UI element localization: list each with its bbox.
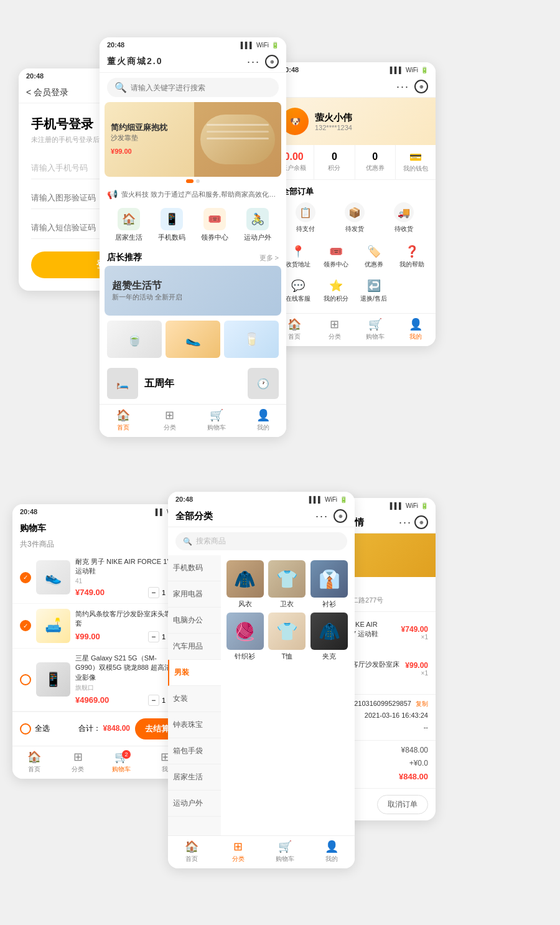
- decrease-1[interactable]: −: [148, 587, 159, 598]
- home-search-input[interactable]: [131, 83, 271, 92]
- decrease-2[interactable]: −: [148, 631, 159, 642]
- time-category: 20:48: [175, 495, 193, 503]
- service-coupons[interactable]: 🏷️ 优惠券: [355, 240, 393, 274]
- select-all[interactable]: 全选: [20, 723, 50, 735]
- cart-item-name-3: 三星 Galaxy S21 5G（SM-G990）双模5G 骁龙888 超高清专…: [75, 654, 179, 682]
- stat-wallet[interactable]: 💳 我的钱包: [396, 145, 436, 179]
- profile-scan-button[interactable]: ⊕: [414, 80, 428, 93]
- category-sports[interactable]: 🚴 运动户外: [244, 208, 271, 242]
- order-pending-pay[interactable]: 📋 待支付: [296, 202, 315, 233]
- pending-receive-icon: 🚚: [394, 202, 414, 222]
- cat-tab-category[interactable]: ⊞ 分类: [215, 840, 261, 863]
- cart-item-1: 👟 耐克 男子 NIKE AIR FORCE 1'07 运动鞋 41 ¥749.…: [12, 552, 187, 604]
- category-scan-button[interactable]: ⊕: [334, 509, 347, 523]
- hoodie-label: 卫衣: [280, 599, 294, 609]
- coupons-label: 优惠券: [366, 164, 385, 172]
- cart-checkbox-1[interactable]: [20, 572, 31, 583]
- sidebar-jewelry[interactable]: 钟表珠宝: [168, 712, 221, 738]
- cat-tab-me[interactable]: 👤 我的: [308, 840, 355, 863]
- cart-tab-home[interactable]: 🏠 首页: [12, 750, 56, 774]
- cat-tab-cart[interactable]: 🛒 购物车: [261, 840, 308, 863]
- profile-tab-me[interactable]: 👤 我的: [395, 317, 436, 341]
- cat-product-coat[interactable]: 🧥 风衣: [226, 560, 264, 609]
- product-glass[interactable]: 🥛: [224, 321, 279, 358]
- tab-cart[interactable]: 🛒 购物车: [193, 408, 240, 432]
- order-more-button[interactable]: ···: [399, 516, 412, 529]
- home-banner[interactable]: 简约细亚麻抱枕 沙发靠垫 ¥99.00: [105, 102, 281, 177]
- banner-price-value: 99.00: [114, 148, 132, 155]
- cat-tab-home[interactable]: 🏠 首页: [168, 840, 215, 863]
- service-help[interactable]: ❓ 我的帮助: [393, 240, 431, 274]
- shop-more-link[interactable]: 更多 >: [259, 253, 279, 263]
- order-pending-receive[interactable]: 🚚 待收货: [394, 202, 414, 233]
- order-time-value: 2021-03-16 16:43:24: [365, 711, 428, 721]
- cart-tab-cart[interactable]: 🛒 2 购物车: [100, 750, 143, 774]
- shop-recommend-banner[interactable]: 超赞生活节 新一年的活动 全新开启: [105, 266, 281, 316]
- coupon-icon: 🎟️: [203, 208, 226, 230]
- cart-checkbox-2[interactable]: [20, 620, 31, 631]
- cat-product-jacket[interactable]: 🧥 夹克: [310, 613, 348, 661]
- tab-home[interactable]: 🏠 首页: [100, 408, 146, 432]
- profile-more-button[interactable]: ···: [396, 80, 409, 93]
- category-mobile[interactable]: 📱 手机数码: [158, 208, 185, 242]
- stat-points[interactable]: 0 积分: [314, 145, 355, 179]
- sidebar-auto[interactable]: 汽车用品: [168, 634, 221, 660]
- order-pending-ship[interactable]: 📦 待发货: [345, 202, 365, 233]
- profile-phone: 132****1234: [315, 124, 352, 131]
- select-all-checkbox[interactable]: [20, 723, 31, 735]
- stat-coupons[interactable]: 0 优惠券: [355, 145, 396, 179]
- notice-bar: 📢 萤火科技 致力于通过产品和服务,帮助商家高效化开拓...: [100, 185, 286, 203]
- order-scan-button[interactable]: ⊕: [414, 515, 428, 529]
- cat-product-sweater[interactable]: 🧶 针织衫: [226, 613, 264, 661]
- category-home[interactable]: 🏠 居家生活: [115, 208, 142, 242]
- cart-checkbox-3[interactable]: [20, 674, 31, 685]
- customer-label: 在线客服: [286, 294, 310, 303]
- cart-card: 20:48 ▌▌ WiFi 购物车 ··· 共3件商品 ✏ 👟 耐克 男子 NI…: [12, 504, 187, 779]
- notice-text: 萤火科技 致力于通过产品和服务,帮助商家高效化开拓...: [121, 190, 279, 199]
- order-section-title: 全部订单: [281, 186, 428, 197]
- home-more-button[interactable]: ···: [247, 55, 260, 68]
- cat-product-tshirt[interactable]: 👕 T恤: [268, 613, 307, 661]
- cart-tab-cat[interactable]: ⊞ 分类: [56, 750, 100, 774]
- cat-product-hoodie[interactable]: 👕 卫衣: [268, 560, 307, 609]
- back-button[interactable]: < 会员登录: [26, 87, 68, 98]
- sidebar-computer[interactable]: 电脑办公: [168, 608, 221, 634]
- tab-profile[interactable]: 👤 我的: [240, 408, 286, 432]
- banner-content: 简约细亚麻抱枕 沙发靠垫 ¥99.00: [111, 122, 167, 157]
- sidebar-bags[interactable]: 箱包手袋: [168, 738, 221, 764]
- sidebar-home[interactable]: 居家生活: [168, 764, 221, 791]
- coupon-center-label: 领券中心: [324, 260, 348, 269]
- sports-icon: 🚴: [246, 208, 269, 230]
- sidebar-mobile[interactable]: 手机数码: [168, 555, 221, 581]
- sidebar-womenswear[interactable]: 女装: [168, 686, 221, 712]
- product-slippers[interactable]: 🥿: [166, 321, 220, 358]
- cart-item-2: 🛋️ 简约风条纹客厅沙发卧室床头靠垫套 ¥99.00 − 1 +: [12, 604, 187, 649]
- service-return[interactable]: ↩️ 退换/售后: [355, 274, 393, 308]
- copy-button[interactable]: 复制: [416, 700, 428, 707]
- cat-product-shirt[interactable]: 👔 衬衫: [310, 560, 348, 609]
- category-more-button[interactable]: ···: [315, 510, 329, 523]
- sidebar-appliance[interactable]: 家用电器: [168, 581, 221, 608]
- cancel-order-button[interactable]: 取消订单: [377, 795, 428, 814]
- order-source-value: --: [424, 723, 428, 733]
- cart-me-label: 我: [162, 765, 168, 774]
- tab-category[interactable]: ⊞ 分类: [146, 408, 193, 432]
- cat-home-icon: 🏠: [185, 840, 198, 853]
- category-search-bar[interactable]: 🔍 搜索商品: [175, 532, 347, 550]
- service-coupon-center[interactable]: 🎟️ 领券中心: [317, 240, 355, 274]
- profile-tab-cart[interactable]: 🛒 购物车: [355, 317, 395, 341]
- category-sidebar: 手机数码 家用电器 电脑办公 汽车用品 男装 女装 钟表珠宝 箱包手袋 居家生活…: [168, 555, 221, 835]
- cat-cat-label: 分类: [232, 855, 245, 863]
- qty-value-2: 1: [162, 633, 166, 641]
- sidebar-menswear[interactable]: 男装: [168, 660, 221, 686]
- profile-tab-category[interactable]: ⊞ 分类: [314, 317, 355, 341]
- scan-button[interactable]: ⊕: [265, 55, 279, 68]
- home-search-bar[interactable]: 🔍: [107, 78, 279, 97]
- categories-row: 🏠 居家生活 📱 手机数码 🎟️ 领券中心 🚴 运动户外: [100, 203, 286, 247]
- cart-item-info-1: 耐克 男子 NIKE AIR FORCE 1'07 运动鞋 41 ¥749.00…: [75, 557, 179, 598]
- sidebar-sports[interactable]: 运动户外: [168, 791, 221, 817]
- product-blender[interactable]: 🍵: [107, 321, 162, 358]
- decrease-3[interactable]: −: [148, 695, 159, 706]
- service-points[interactable]: ⭐ 我的积分: [317, 274, 355, 308]
- category-coupon[interactable]: 🎟️ 领券中心: [201, 208, 228, 242]
